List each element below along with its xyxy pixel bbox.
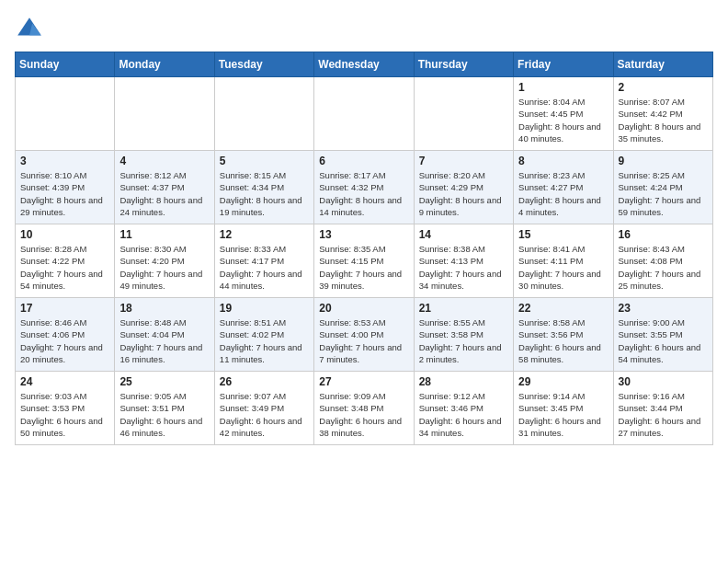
- weekday-header-row: SundayMondayTuesdayWednesdayThursdayFrid…: [16, 52, 713, 77]
- day-info: Sunrise: 8:28 AM Sunset: 4:22 PM Dayligh…: [20, 243, 109, 292]
- day-number: 27: [319, 375, 408, 388]
- day-info: Sunrise: 9:07 AM Sunset: 3:49 PM Dayligh…: [220, 390, 309, 439]
- day-info: Sunrise: 9:05 AM Sunset: 3:51 PM Dayligh…: [119, 390, 209, 439]
- calendar-table: SundayMondayTuesdayWednesdayThursdayFrid…: [15, 52, 713, 445]
- calendar-cell: 6Sunrise: 8:17 AM Sunset: 4:32 PM Daylig…: [314, 151, 414, 224]
- day-info: Sunrise: 8:51 AM Sunset: 4:02 PM Dayligh…: [220, 316, 309, 365]
- calendar-cell: 8Sunrise: 8:23 AM Sunset: 4:27 PM Daylig…: [514, 151, 613, 224]
- day-number: 17: [20, 302, 109, 315]
- calendar-cell: 27Sunrise: 9:09 AM Sunset: 3:48 PM Dayli…: [314, 372, 414, 445]
- weekday-header: Monday: [115, 52, 214, 77]
- calendar-cell: 16Sunrise: 8:43 AM Sunset: 4:08 PM Dayli…: [613, 224, 712, 298]
- day-info: Sunrise: 8:20 AM Sunset: 4:29 PM Dayligh…: [419, 169, 508, 218]
- day-number: 13: [319, 228, 408, 241]
- day-info: Sunrise: 8:15 AM Sunset: 4:34 PM Dayligh…: [220, 169, 309, 218]
- calendar-cell: 23Sunrise: 9:00 AM Sunset: 3:55 PM Dayli…: [613, 298, 712, 372]
- day-info: Sunrise: 8:48 AM Sunset: 4:04 PM Dayligh…: [119, 316, 209, 365]
- calendar-cell: 9Sunrise: 8:25 AM Sunset: 4:24 PM Daylig…: [613, 151, 712, 224]
- day-number: 30: [619, 375, 708, 388]
- calendar-cell: 28Sunrise: 9:12 AM Sunset: 3:46 PM Dayli…: [414, 372, 513, 445]
- calendar-cell: [214, 77, 313, 151]
- day-info: Sunrise: 9:00 AM Sunset: 3:55 PM Dayligh…: [619, 316, 708, 365]
- day-number: 5: [220, 155, 309, 167]
- day-number: 10: [20, 228, 109, 241]
- day-info: Sunrise: 8:17 AM Sunset: 4:32 PM Dayligh…: [319, 169, 408, 218]
- day-number: 7: [419, 155, 508, 167]
- weekday-header: Thursday: [414, 52, 513, 77]
- calendar-cell: 14Sunrise: 8:38 AM Sunset: 4:13 PM Dayli…: [414, 224, 513, 298]
- day-number: 29: [518, 375, 608, 388]
- calendar-cell: [115, 77, 214, 151]
- week-row: 10Sunrise: 8:28 AM Sunset: 4:22 PM Dayli…: [16, 224, 713, 298]
- day-info: Sunrise: 8:53 AM Sunset: 4:00 PM Dayligh…: [319, 316, 408, 365]
- day-number: 15: [518, 228, 608, 241]
- calendar-cell: [16, 77, 115, 151]
- calendar-cell: 29Sunrise: 9:14 AM Sunset: 3:45 PM Dayli…: [514, 372, 613, 445]
- day-info: Sunrise: 8:55 AM Sunset: 3:58 PM Dayligh…: [419, 316, 508, 365]
- day-number: 18: [119, 302, 209, 315]
- day-info: Sunrise: 8:33 AM Sunset: 4:17 PM Dayligh…: [220, 243, 309, 292]
- day-info: Sunrise: 8:41 AM Sunset: 4:11 PM Dayligh…: [518, 243, 608, 292]
- calendar-cell: 10Sunrise: 8:28 AM Sunset: 4:22 PM Dayli…: [16, 224, 115, 298]
- day-info: Sunrise: 8:04 AM Sunset: 4:45 PM Dayligh…: [518, 96, 608, 144]
- day-info: Sunrise: 8:46 AM Sunset: 4:06 PM Dayligh…: [20, 316, 109, 365]
- day-info: Sunrise: 8:43 AM Sunset: 4:08 PM Dayligh…: [619, 243, 708, 292]
- page-header: [15, 15, 713, 44]
- calendar-cell: 5Sunrise: 8:15 AM Sunset: 4:34 PM Daylig…: [214, 151, 313, 224]
- day-info: Sunrise: 9:14 AM Sunset: 3:45 PM Dayligh…: [518, 390, 608, 439]
- weekday-header: Sunday: [16, 52, 115, 77]
- day-number: 19: [220, 302, 309, 315]
- day-info: Sunrise: 8:23 AM Sunset: 4:27 PM Dayligh…: [518, 169, 608, 218]
- day-number: 22: [518, 302, 608, 315]
- weekday-header: Friday: [514, 52, 613, 77]
- day-number: 8: [518, 155, 608, 167]
- calendar-cell: 13Sunrise: 8:35 AM Sunset: 4:15 PM Dayli…: [314, 224, 414, 298]
- week-row: 17Sunrise: 8:46 AM Sunset: 4:06 PM Dayli…: [16, 298, 713, 372]
- day-number: 28: [419, 375, 508, 388]
- calendar-cell: 21Sunrise: 8:55 AM Sunset: 3:58 PM Dayli…: [414, 298, 513, 372]
- calendar-cell: 30Sunrise: 9:16 AM Sunset: 3:44 PM Dayli…: [613, 372, 712, 445]
- day-info: Sunrise: 9:09 AM Sunset: 3:48 PM Dayligh…: [319, 390, 408, 439]
- calendar-cell: 22Sunrise: 8:58 AM Sunset: 3:56 PM Dayli…: [514, 298, 613, 372]
- calendar-cell: 7Sunrise: 8:20 AM Sunset: 4:29 PM Daylig…: [414, 151, 513, 224]
- weekday-header: Tuesday: [214, 52, 313, 77]
- calendar-cell: 17Sunrise: 8:46 AM Sunset: 4:06 PM Dayli…: [16, 298, 115, 372]
- calendar-cell: 1Sunrise: 8:04 AM Sunset: 4:45 PM Daylig…: [514, 77, 613, 151]
- calendar-cell: 4Sunrise: 8:12 AM Sunset: 4:37 PM Daylig…: [115, 151, 214, 224]
- calendar-cell: 2Sunrise: 8:07 AM Sunset: 4:42 PM Daylig…: [613, 77, 712, 151]
- day-number: 4: [119, 155, 209, 167]
- day-number: 11: [119, 228, 209, 241]
- day-number: 21: [419, 302, 508, 315]
- day-number: 20: [319, 302, 408, 315]
- calendar-cell: 11Sunrise: 8:30 AM Sunset: 4:20 PM Dayli…: [115, 224, 214, 298]
- calendar-cell: 24Sunrise: 9:03 AM Sunset: 3:53 PM Dayli…: [16, 372, 115, 445]
- week-row: 24Sunrise: 9:03 AM Sunset: 3:53 PM Dayli…: [16, 372, 713, 445]
- day-number: 12: [220, 228, 309, 241]
- day-number: 6: [319, 155, 408, 167]
- day-info: Sunrise: 9:12 AM Sunset: 3:46 PM Dayligh…: [419, 390, 508, 439]
- day-number: 3: [20, 155, 109, 167]
- day-number: 2: [619, 81, 708, 94]
- day-number: 23: [619, 302, 708, 315]
- calendar-cell: 18Sunrise: 8:48 AM Sunset: 4:04 PM Dayli…: [115, 298, 214, 372]
- calendar-cell: 19Sunrise: 8:51 AM Sunset: 4:02 PM Dayli…: [214, 298, 313, 372]
- calendar-cell: 25Sunrise: 9:05 AM Sunset: 3:51 PM Dayli…: [115, 372, 214, 445]
- day-info: Sunrise: 8:30 AM Sunset: 4:20 PM Dayligh…: [119, 243, 209, 292]
- calendar-cell: 15Sunrise: 8:41 AM Sunset: 4:11 PM Dayli…: [514, 224, 613, 298]
- day-info: Sunrise: 8:58 AM Sunset: 3:56 PM Dayligh…: [518, 316, 608, 365]
- weekday-header: Saturday: [613, 52, 712, 77]
- day-number: 25: [119, 375, 209, 388]
- logo: [15, 15, 48, 44]
- day-number: 9: [619, 155, 708, 167]
- day-number: 16: [619, 228, 708, 241]
- day-info: Sunrise: 9:16 AM Sunset: 3:44 PM Dayligh…: [619, 390, 708, 439]
- day-info: Sunrise: 8:10 AM Sunset: 4:39 PM Dayligh…: [20, 169, 109, 218]
- day-number: 14: [419, 228, 508, 241]
- day-info: Sunrise: 8:38 AM Sunset: 4:13 PM Dayligh…: [419, 243, 508, 292]
- day-number: 26: [220, 375, 309, 388]
- day-number: 24: [20, 375, 109, 388]
- week-row: 1Sunrise: 8:04 AM Sunset: 4:45 PM Daylig…: [16, 77, 713, 151]
- calendar-cell: 12Sunrise: 8:33 AM Sunset: 4:17 PM Dayli…: [214, 224, 313, 298]
- calendar-cell: [314, 77, 414, 151]
- calendar-cell: [414, 77, 513, 151]
